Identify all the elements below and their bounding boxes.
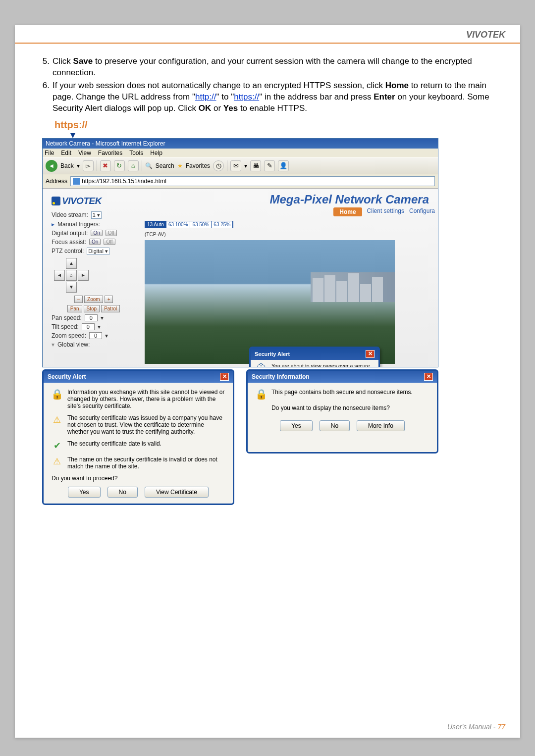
cert-pt3: The name on the security certificate is … (67, 456, 225, 470)
video-scene-buildings (311, 272, 395, 302)
tilt-speed-value[interactable]: 0 (82, 323, 95, 330)
stop-btn[interactable]: Stop (84, 305, 100, 312)
address-bar: Address https://192.168.5.151/index.html (43, 174, 438, 189)
tcp-label: (TCP-AV) (145, 232, 166, 237)
alert-text-1: You are about to view pages over a secur… (271, 363, 374, 367)
camera-app: VIVOTEK Video stream: 1 ▾ ▸ Manual trigg… (43, 189, 438, 367)
info-line1: This page contains both secure and nonse… (271, 389, 413, 400)
menu-item-favorites[interactable]: Favorites (98, 150, 122, 156)
forward-button[interactable]: ▻ (83, 160, 94, 171)
zoom-speed-label: Zoom speed: (52, 332, 86, 339)
video-preview: Security Alert ✕ 🛈 You are about to view… (145, 240, 395, 364)
close-icon[interactable]: ✕ (366, 350, 374, 358)
dialog-titlebar: Security Alert ✕ (251, 348, 378, 360)
page-footer: User's Manual - 77 (447, 723, 505, 731)
page-number: 77 (497, 723, 505, 731)
footer-label: User's Manual - (447, 723, 497, 731)
search-icon[interactable]: 🔍 (145, 162, 153, 169)
stop-button[interactable]: ✖ (100, 160, 111, 171)
close-icon[interactable]: ✕ (220, 373, 229, 381)
camera-sidebar: VIVOTEK Video stream: 1 ▾ ▸ Manual trigg… (52, 196, 136, 363)
ptz-left[interactable]: ◄ (54, 270, 65, 281)
lock-icon: 🔒 (52, 389, 62, 400)
stream-info-bar: 13 Auto63 100%63 50%63 25% (145, 221, 233, 228)
mail-button[interactable]: ✉ (230, 160, 241, 171)
zoom-speed-value[interactable]: 0 (89, 332, 102, 339)
focus-assist-off[interactable]: Off (104, 239, 115, 245)
back-button[interactable]: ◄ (46, 160, 57, 172)
yes-button[interactable]: Yes (280, 420, 313, 431)
refresh-button[interactable]: ↻ (114, 160, 125, 171)
dialog-titlebar: Security Alert ✕ (44, 371, 233, 383)
stream-info-cell[interactable]: 63 50% (190, 221, 212, 228)
digital-output-on[interactable]: On (91, 230, 102, 236)
address-value: https://192.168.5.151/index.html (82, 178, 166, 185)
more-info-button[interactable]: More Info (357, 420, 405, 431)
focus-assist-on[interactable]: On (89, 239, 101, 245)
global-view-label[interactable]: Global view: (57, 341, 90, 348)
no-button[interactable]: No (107, 487, 138, 498)
instruction-item: 6.If your web session does not automatic… (40, 80, 495, 114)
menu-item-help[interactable]: Help (150, 150, 162, 156)
discuss-button[interactable]: 👤 (278, 160, 289, 171)
digital-output-off[interactable]: Off (106, 230, 117, 236)
ptz-select[interactable]: Digital ▾ (87, 248, 109, 255)
camera-title: Mega-Pixel Network Camera (270, 193, 429, 206)
print-button[interactable]: 🖶 (250, 160, 261, 171)
camera-tabs: Home Client settings Configura (333, 207, 435, 216)
address-input[interactable]: https://192.168.5.151/index.html (70, 176, 435, 186)
instruction-number: 5. (40, 56, 53, 79)
toolbar: ◄ Back▾ ▻ ✖ ↻ ⌂ 🔍 Search ★ Favorites ◷ ✉… (43, 157, 438, 174)
close-icon[interactable]: ✕ (424, 373, 433, 381)
cert-pt2: The security certificate date is valid. (67, 440, 161, 451)
view-certificate-button[interactable]: View Certificate (145, 487, 209, 498)
address-label: Address (46, 178, 67, 185)
video-stream-label: Video stream: (52, 211, 88, 218)
menu-item-view[interactable]: View (78, 150, 91, 156)
no-button[interactable]: No (320, 420, 350, 431)
ptz-right[interactable]: ► (78, 270, 89, 281)
menu-item-edit[interactable]: Edit (61, 150, 71, 156)
video-stream-select[interactable]: 1 ▾ (91, 211, 102, 219)
home-button[interactable]: ⌂ (128, 160, 139, 171)
manual-triggers-label[interactable]: Manual triggers: (57, 221, 100, 228)
zoom-out[interactable]: – (74, 296, 83, 303)
cert-intro: Information you exchange with this site … (67, 389, 225, 409)
ptz-down[interactable]: ▼ (66, 282, 77, 293)
stream-info-cell[interactable]: 63 25% (212, 221, 233, 228)
patrol-btn[interactable]: Patrol (101, 305, 120, 312)
search-label: Search (156, 162, 174, 169)
tab-home[interactable]: Home (333, 207, 362, 216)
logo-text: VIVOTEK (62, 196, 102, 206)
pan-speed-value[interactable]: 0 (85, 314, 98, 321)
dialog-row: Security Alert ✕ 🔒 Information you excha… (42, 369, 438, 505)
yes-button[interactable]: Yes (68, 487, 101, 498)
page-icon (73, 178, 80, 185)
window-title: Network Camera - Microsoft Internet Expl… (46, 140, 165, 147)
menu-item-file[interactable]: File (45, 150, 54, 156)
vivotek-logo: VIVOTEK (52, 196, 136, 206)
menu-item-tools[interactable]: Tools (129, 150, 143, 156)
ptz-control-label: PTZ control: (52, 248, 84, 254)
digital-output-label: Digital output: (52, 230, 88, 237)
zoom-in[interactable]: + (105, 296, 113, 303)
tab-client-settings[interactable]: Client settings (367, 207, 404, 216)
dialog-title: Security Alert (48, 373, 86, 380)
info-icon: 🛈 (256, 363, 267, 367)
ptz-up[interactable]: ▲ (66, 258, 77, 269)
history-button[interactable]: ◷ (213, 160, 224, 171)
stream-info-cell[interactable]: 63 100% (166, 221, 190, 228)
edit-button[interactable]: ✎ (264, 160, 275, 171)
stream-info-cell[interactable]: 13 Auto (145, 221, 166, 228)
logo-icon (52, 197, 60, 205)
instruction-list: 5.Click Save to preserve your configurat… (40, 56, 495, 114)
favorites-icon[interactable]: ★ (177, 162, 183, 169)
security-alert-popup: Security Alert ✕ 🛈 You are about to view… (249, 347, 380, 367)
instruction-text: Click Save to preserve your configuratio… (53, 56, 495, 79)
pan-btn[interactable]: Pan (67, 305, 82, 312)
instruction-item: 5.Click Save to preserve your configurat… (40, 56, 495, 79)
tab-configuration[interactable]: Configura (409, 207, 435, 216)
ptz-center[interactable]: ⌂ (66, 270, 77, 281)
dialog-titlebar: Security Information ✕ (248, 371, 437, 383)
cert-pt1: The security certificate was issued by a… (67, 414, 225, 435)
